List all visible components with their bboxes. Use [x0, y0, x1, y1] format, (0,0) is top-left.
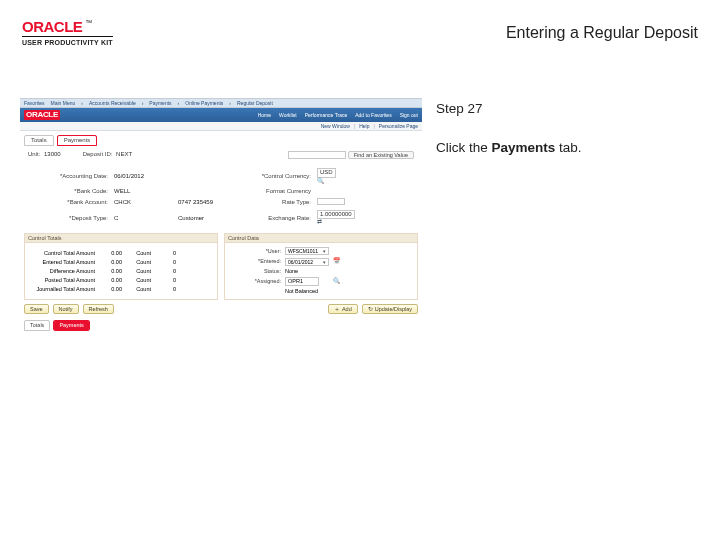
- find-input[interactable]: [288, 151, 346, 159]
- exchange-icon[interactable]: ⇄: [317, 219, 322, 225]
- ct-row-amount: 0.00: [98, 277, 122, 284]
- ct-row-count: 0: [154, 268, 176, 275]
- ct-row-label: Entered Total Amount: [29, 259, 95, 266]
- notify-button[interactable]: Notify: [53, 304, 79, 315]
- ct-row-count: 0: [154, 286, 176, 293]
- screenshot-pane: Favorites Main Menu › Accounts Receivabl…: [20, 98, 422, 335]
- brand-subtitle: USER PRODUCTIVITY KIT: [22, 36, 113, 46]
- ct-row-amount: 0.00: [98, 268, 122, 275]
- bottom-tab-payments[interactable]: Payments: [54, 321, 88, 330]
- bank-account-label: *Bank Account:: [40, 199, 110, 206]
- user-label: *User:: [229, 248, 281, 255]
- depositid-value: NEXT: [116, 151, 132, 157]
- brand-logo: ORACLE ™: [22, 18, 113, 35]
- breadcrumb: Favorites Main Menu › Accounts Receivabl…: [20, 98, 422, 108]
- ct-row-amount: 0.00: [98, 250, 122, 257]
- search-icon[interactable]: 🔍: [317, 178, 324, 184]
- ct-row-countlabel: Count: [125, 286, 151, 293]
- ct-row-label: Control Total Amount: [29, 250, 95, 257]
- entered-select[interactable]: 06/01/2012▾: [285, 258, 329, 266]
- chevron-down-icon: ▾: [323, 259, 326, 265]
- ct-row-count: 0: [154, 277, 176, 284]
- ct-row-count: 0: [154, 250, 176, 257]
- brand-block: ORACLE ™ USER PRODUCTIVITY KIT: [22, 18, 113, 46]
- tab-payments[interactable]: Payments: [57, 135, 98, 146]
- control-currency-input[interactable]: USD: [317, 168, 336, 177]
- unit-label: Unit:: [28, 151, 42, 157]
- bank-code-value: WELL: [114, 188, 174, 195]
- ct-row-label: Posted Total Amount: [29, 277, 95, 284]
- status-label: Status:: [229, 268, 281, 275]
- deposit-type-label: *Deposit Type:: [40, 215, 110, 222]
- app-link[interactable]: Home: [258, 112, 271, 118]
- link-new-window[interactable]: New Window: [321, 123, 350, 129]
- plus-icon: ＋: [334, 306, 340, 313]
- breadcrumb-item[interactable]: Payments: [149, 100, 171, 106]
- link-personalize[interactable]: Personalize Page: [379, 123, 418, 129]
- panel-control-data-header: Control Data: [225, 234, 417, 244]
- instruction-pane: Step 27 Click the Payments tab.: [436, 98, 686, 155]
- refresh-icon: ↻: [368, 306, 373, 313]
- action-row: Save Notify Refresh ＋Add ↻Update/Display: [20, 300, 422, 319]
- deposit-type-value: C: [114, 215, 174, 222]
- tab-totals[interactable]: Totals: [24, 135, 54, 146]
- status-value: None: [285, 268, 329, 275]
- depositid-label: Deposit ID:: [83, 151, 115, 157]
- find-button[interactable]: Find an Existing Value: [348, 151, 414, 160]
- app-link[interactable]: Add to Favorites: [355, 112, 391, 118]
- assigned-label: *Assigned:: [229, 278, 281, 285]
- balance-status: Not Balanced: [285, 288, 329, 295]
- panel-control-totals: Control Totals Control Total Amount0.00C…: [24, 233, 218, 300]
- bottom-tabs: Totals Payments: [20, 318, 422, 335]
- step-number: Step 27: [436, 101, 686, 116]
- exchange-rate-input[interactable]: 1.00000000: [317, 210, 355, 219]
- ct-row-countlabel: Count: [125, 277, 151, 284]
- rate-type-label: Rate Type:: [247, 199, 313, 206]
- update-display-button[interactable]: ↻Update/Display: [362, 304, 418, 315]
- ct-row-label: Journalled Total Amount: [29, 286, 95, 293]
- brand-tm: ™: [85, 19, 92, 26]
- page-title: Entering a Regular Deposit: [506, 24, 698, 42]
- ct-row-amount: 0.00: [98, 286, 122, 293]
- ct-row-amount: 0.00: [98, 259, 122, 266]
- tabs-row: Totals Payments: [20, 131, 422, 146]
- bank-account-number: 0747 235459: [178, 199, 243, 206]
- step-target: Payments: [492, 140, 556, 155]
- sub-strip: New Window| Help| Personalize Page: [20, 122, 422, 131]
- ct-row-count: 0: [154, 259, 176, 266]
- save-button[interactable]: Save: [24, 304, 49, 315]
- ct-row-countlabel: Count: [125, 259, 151, 266]
- link-help[interactable]: Help: [359, 123, 369, 129]
- search-icon[interactable]: 🔍: [333, 278, 349, 285]
- app-link[interactable]: Performance Trace: [305, 112, 348, 118]
- panel-control-totals-header: Control Totals: [25, 234, 217, 244]
- app-link[interactable]: Sign out: [400, 112, 418, 118]
- add-button[interactable]: ＋Add: [328, 304, 358, 315]
- ct-row-countlabel: Count: [125, 250, 151, 257]
- format-currency-label: Format Currency: [247, 188, 313, 195]
- app-logo: ORACLE: [24, 110, 60, 120]
- exchange-rate-label: Exchange Rate:: [247, 215, 313, 222]
- breadcrumb-item[interactable]: Regular Deposit: [237, 100, 273, 106]
- step-body: Click the Payments tab.: [436, 140, 686, 155]
- bank-account-value: CHCK: [114, 199, 174, 206]
- user-select[interactable]: WFSCM1011▾: [285, 247, 329, 255]
- ct-row-countlabel: Count: [125, 268, 151, 275]
- form-grid: *Accounting Date: 06/01/2012 *Control Cu…: [20, 164, 422, 232]
- app-link[interactable]: Worklist: [279, 112, 297, 118]
- ct-row-label: Difference Amount: [29, 268, 95, 275]
- breadcrumb-item[interactable]: Accounts Receivable: [89, 100, 136, 106]
- accounting-date-label: *Accounting Date:: [40, 173, 110, 180]
- rate-type-input[interactable]: [317, 198, 345, 205]
- bottom-tab-totals[interactable]: Totals: [24, 320, 50, 331]
- deposit-type-desc: Customer: [178, 215, 243, 222]
- calendar-icon[interactable]: 📅: [333, 258, 349, 265]
- breadcrumb-item[interactable]: Favorites: [24, 100, 45, 106]
- assigned-input[interactable]: OPR1: [285, 277, 319, 286]
- context-row: Unit: 13000 Deposit ID: NEXT Find an Exi…: [20, 146, 422, 165]
- breadcrumb-item[interactable]: Online Payments: [185, 100, 223, 106]
- unit-value: 13000: [44, 151, 61, 157]
- entered-label: *Entered:: [229, 258, 281, 265]
- breadcrumb-item[interactable]: Main Menu: [51, 100, 76, 106]
- refresh-button[interactable]: Refresh: [83, 304, 114, 315]
